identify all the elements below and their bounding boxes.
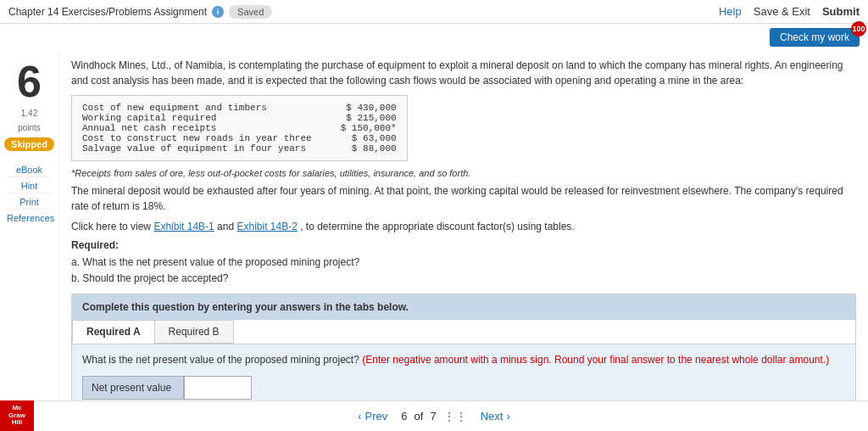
tab-required-b[interactable]: Required B bbox=[154, 320, 234, 344]
score-badge: 100 bbox=[851, 21, 866, 36]
cashflow-row-1: Cost of new equipment and timbers $ 430,… bbox=[82, 103, 397, 113]
check-bar: Check my work 100 bbox=[0, 24, 868, 51]
assignment-title: Chapter 14 Exercises/Problems Assignment bbox=[8, 6, 207, 18]
next-button[interactable]: Next › bbox=[481, 410, 510, 423]
info-icon[interactable]: i bbox=[212, 6, 224, 18]
problem-body: Windhock Mines, Ltd., of Namibia, is con… bbox=[71, 58, 856, 88]
grid-icon[interactable]: ⋮⋮ bbox=[443, 410, 467, 423]
prev-chevron-icon: ‹ bbox=[358, 410, 361, 423]
cashflow-row-4: Cost to construct new roads in year thre… bbox=[82, 133, 397, 143]
points-label: points bbox=[18, 123, 41, 132]
req-a-text: a. What is the net present value of the … bbox=[71, 255, 856, 271]
top-bar-right: Help Save & Exit Submit bbox=[719, 5, 860, 18]
tab-content-required-a: What is the net present value of the pro… bbox=[72, 344, 855, 400]
problem-number: 6 bbox=[17, 59, 42, 104]
hint-link[interactable]: Hint bbox=[7, 179, 52, 193]
cashflow-table: Cost of new equipment and timbers $ 430,… bbox=[71, 95, 408, 161]
status-badge: Skipped bbox=[4, 137, 54, 151]
bottom-nav: ‹ Prev 6 of 7 ⋮⋮ Next › bbox=[0, 400, 868, 431]
instruction-text: (Enter negative amount with a minus sign… bbox=[362, 354, 829, 366]
page-total: 7 bbox=[430, 410, 436, 423]
req-b-text: b. Should the project be accepted? bbox=[71, 271, 856, 287]
cashflow-row-5: Salvage value of equipment in four years… bbox=[82, 143, 397, 154]
check-my-work-button[interactable]: Check my work 100 bbox=[770, 28, 860, 47]
mcgraw-hill-logo: Mc Graw Hill bbox=[0, 400, 34, 431]
tab-required-a[interactable]: Required A bbox=[72, 320, 155, 344]
answer-row: Net present value bbox=[82, 376, 845, 400]
ebook-link[interactable]: eBook bbox=[7, 163, 52, 177]
print-link[interactable]: Print bbox=[7, 195, 52, 210]
exhibit2-link[interactable]: Exhibit 14B-2 bbox=[236, 221, 297, 232]
saved-badge: Saved bbox=[229, 5, 272, 19]
answer-header: Complete this question by entering your … bbox=[72, 294, 855, 320]
submit-button[interactable]: Submit bbox=[822, 5, 860, 18]
exhibit1-link[interactable]: Exhibit 14B-1 bbox=[153, 221, 214, 232]
bottom-nav-container: Mc Graw Hill ‹ Prev 6 of 7 ⋮⋮ Next › bbox=[0, 400, 868, 431]
cashflow-row-3: Annual net cash receipts $ 150,000* bbox=[82, 123, 397, 133]
top-bar: Chapter 14 Exercises/Problems Assignment… bbox=[0, 0, 868, 24]
net-present-value-input[interactable] bbox=[184, 376, 252, 400]
help-link[interactable]: Help bbox=[719, 5, 742, 18]
sidebar: 6 1.42 points Skipped eBook Hint Print R… bbox=[0, 51, 59, 400]
save-exit-button[interactable]: Save & Exit bbox=[754, 5, 810, 18]
required-heading: Required: bbox=[71, 239, 856, 251]
top-bar-left: Chapter 14 Exercises/Problems Assignment… bbox=[8, 5, 272, 19]
answer-label: Net present value bbox=[82, 376, 184, 400]
tabs-row: Required A Required B bbox=[72, 320, 855, 344]
page-current: 6 bbox=[401, 410, 407, 423]
exhibit-line: Click here to view Exhibit 14B-1 and Exh… bbox=[71, 219, 856, 234]
sidebar-nav: eBook Hint Print References bbox=[7, 163, 52, 225]
required-items: a. What is the net present value of the … bbox=[71, 255, 856, 287]
answer-section: Complete this question by entering your … bbox=[71, 294, 856, 400]
para1: The mineral deposit would be exhausted a… bbox=[71, 183, 856, 214]
references-link[interactable]: References bbox=[7, 211, 52, 225]
page-info: 6 of 7 ⋮⋮ bbox=[401, 410, 466, 423]
next-chevron-icon: › bbox=[506, 410, 509, 423]
main-content: 6 1.42 points Skipped eBook Hint Print R… bbox=[0, 51, 868, 400]
content-area: Windhock Mines, Ltd., of Namibia, is con… bbox=[59, 51, 868, 400]
points-value: 1.42 bbox=[21, 109, 37, 118]
prev-button[interactable]: ‹ Prev bbox=[358, 410, 387, 423]
footnote: *Receipts from sales of ore, less out-of… bbox=[71, 168, 856, 178]
question-text: What is the net present value of the pro… bbox=[82, 353, 845, 367]
cashflow-row-2: Working capital required $ 215,000 bbox=[82, 113, 397, 123]
